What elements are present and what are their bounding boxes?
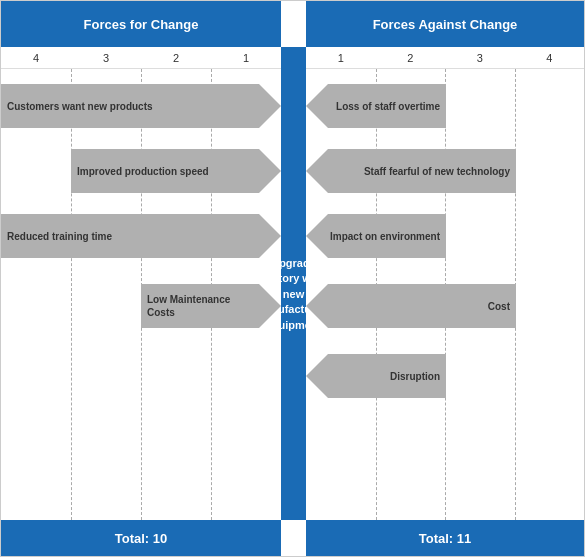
- header-right-label: Forces Against Change: [373, 17, 518, 32]
- diagram-container: Forces for Change Forces Against Change …: [0, 0, 585, 557]
- scale-right-3: 3: [445, 52, 515, 64]
- arrow-body-right-4: Disruption: [328, 354, 446, 398]
- force-against-change-arrow-0: Loss of staff overtime: [306, 84, 446, 128]
- scale-row: 4 3 2 1 1 2 3 4: [1, 47, 584, 69]
- header-right: Forces Against Change: [306, 1, 584, 47]
- footer-right: Total: 11: [306, 520, 584, 556]
- force-for-change-arrow-0: Customers want new products: [1, 84, 281, 128]
- force-for-change-arrow-1: Improved production speed: [71, 149, 281, 193]
- arrow-body-right-2: Impact on environment: [328, 214, 446, 258]
- dashed-line-4: [71, 69, 72, 520]
- arrow-head-2: [259, 214, 281, 258]
- force-against-change-arrow-4: Disruption: [306, 354, 446, 398]
- arrow-head-0: [259, 84, 281, 128]
- arrow-body-0: Customers want new products: [1, 84, 259, 128]
- footer-row: Total: 10 Total: 11: [1, 520, 584, 556]
- footer-left: Total: 10: [1, 520, 281, 556]
- arrow-body-right-1: Staff fearful of new technology: [328, 149, 516, 193]
- scale-left-2: 2: [141, 52, 211, 64]
- scale-left-1: 1: [211, 52, 281, 64]
- header-left-label: Forces for Change: [84, 17, 199, 32]
- arrow-head-right-4: [306, 354, 328, 398]
- arrow-head-right-3: [306, 284, 328, 328]
- header-row: Forces for Change Forces Against Change: [1, 1, 584, 47]
- header-center-gap: [281, 1, 306, 47]
- footer-left-label: Total: 10: [115, 531, 168, 546]
- arrow-head-right-1: [306, 149, 328, 193]
- arrow-head-3: [259, 284, 281, 328]
- arrow-head-right-2: [306, 214, 328, 258]
- scale-right-1: 1: [306, 52, 376, 64]
- scale-left: 4 3 2 1: [1, 47, 281, 69]
- scale-left-3: 3: [71, 52, 141, 64]
- force-against-change-arrow-3: Cost: [306, 284, 516, 328]
- force-against-change-arrow-1: Staff fearful of new technology: [306, 149, 516, 193]
- scale-right-2: 2: [376, 52, 446, 64]
- scale-right-4: 4: [515, 52, 585, 64]
- scale-right: 1 2 3 4: [306, 47, 584, 69]
- scale-left-4: 4: [1, 52, 71, 64]
- force-against-change-arrow-2: Impact on environment: [306, 214, 446, 258]
- header-left: Forces for Change: [1, 1, 281, 47]
- scale-center: [281, 47, 306, 69]
- arrow-body-1: Improved production speed: [71, 149, 259, 193]
- arrow-body-2: Reduced training time: [1, 214, 259, 258]
- force-for-change-arrow-3: Low Maintenance Costs: [141, 284, 281, 328]
- center-column: Upgrade factory with new manufacturing e…: [281, 69, 306, 520]
- arrow-head-right-0: [306, 84, 328, 128]
- arrows-left-panel: Customers want new productsImproved prod…: [1, 69, 281, 520]
- arrow-body-right-3: Cost: [328, 284, 516, 328]
- footer-right-label: Total: 11: [419, 531, 472, 546]
- arrow-body-right-0: Loss of staff overtime: [328, 84, 446, 128]
- arrow-head-1: [259, 149, 281, 193]
- arrows-area: Customers want new productsImproved prod…: [1, 69, 584, 520]
- force-for-change-arrow-2: Reduced training time: [1, 214, 281, 258]
- arrows-right-panel: Loss of staff overtimeStaff fearful of n…: [306, 69, 584, 520]
- arrow-body-3: Low Maintenance Costs: [141, 284, 259, 328]
- footer-center-gap: [281, 520, 306, 556]
